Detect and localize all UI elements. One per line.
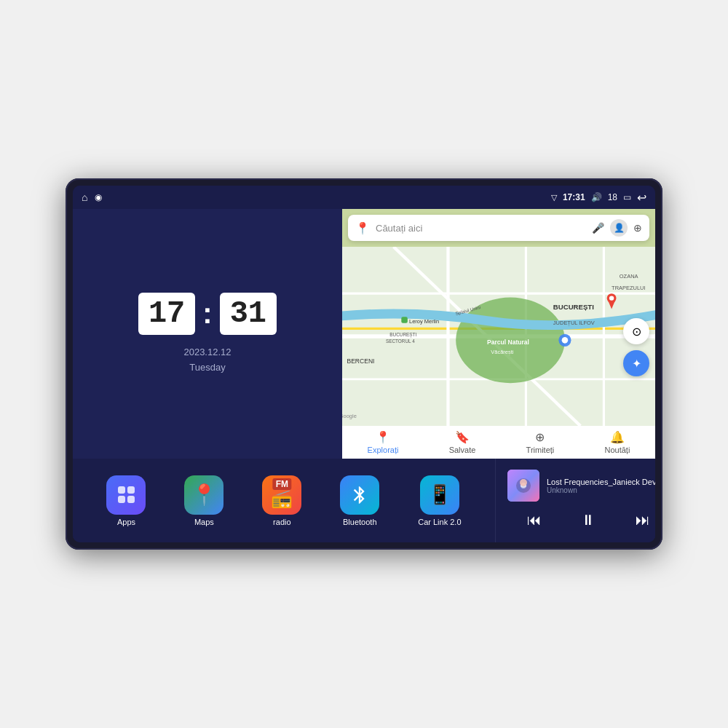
bluetooth-label: Bluetooth [343,518,376,526]
map-layers-icon[interactable]: ⊕ [633,222,642,234]
saved-icon: 🔖 [455,430,470,444]
apps-label: Apps [117,518,135,526]
map-search-text[interactable]: Căutați aici [376,223,586,234]
svg-text:OZANA: OZANA [620,273,638,280]
carlink-icon-wrap: 📱 [420,475,459,515]
music-text: Lost Frequencies_Janieck Devy-... Unknow… [547,478,655,494]
status-left: ⌂ ◉ [82,191,102,203]
svg-rect-17 [401,317,408,323]
map-nav-news-label: Noutăți [605,446,630,454]
clock-display: 17 : 31 [138,293,277,335]
play-button[interactable]: ⏸ [574,509,603,531]
svg-text:TRAPEZULUI: TRAPEZULUI [612,285,645,291]
map-bottom-nav: 📍 Explorați 🔖 Salvate ⊕ Trimiteți 🔔 Nout… [342,426,655,459]
map-nav-saved[interactable]: 🔖 Salvate [449,430,476,454]
app-item-carlink[interactable]: 📱 Car Link 2.0 [418,475,461,526]
music-artist: Unknown [547,486,655,494]
news-icon: 🔔 [610,430,625,444]
clock-hour: 17 [138,293,195,335]
svg-text:BUCUREȘTI: BUCUREȘTI [389,332,416,338]
map-svg: BUCUREȘTI JUDEȚUL ILFOV TRAPEZULUI OZANA… [342,247,655,426]
radio-icon-wrap: FM 📻 [262,475,301,515]
battery-level: 18 [608,192,617,202]
svg-text:SECTORUL 4: SECTORUL 4 [386,339,415,344]
back-icon[interactable]: ↩ [637,191,646,205]
album-art [507,470,539,502]
next-button[interactable]: ⏭ [628,509,655,531]
svg-text:JUDEȚUL ILFOV: JUDEȚUL ILFOV [553,320,595,326]
music-info: Lost Frequencies_Janieck Devy-... Unknow… [507,470,655,502]
map-pin-icon: 📍 [355,221,370,235]
prev-button[interactable]: ⏮ [520,509,549,531]
clock-colon: : [202,297,212,330]
map-nav-explore[interactable]: 📍 Explorați [368,430,399,454]
compass-icon: ✦ [632,357,641,371]
clock-minute: 31 [220,293,277,335]
map-widget[interactable]: 📍 Căutați aici 🎤 👤 ⊕ [342,209,655,459]
radio-label: radio [273,518,290,526]
status-right: ▽ 17:31 🔊 18 ▭ ↩ [551,191,646,205]
explore-icon: 📍 [376,430,390,444]
volume-icon: 🔊 [591,192,602,202]
map-nav-send-label: Trimiteți [526,446,555,454]
map-search-bar[interactable]: 📍 Căutați aici 🎤 👤 ⊕ [348,215,649,241]
clock-day: Tuesday [183,360,231,376]
device-screen: ⌂ ◉ ▽ 17:31 🔊 18 ▭ ↩ 17 : 31 [73,186,655,542]
clock-date-value: 2023.12.12 [183,345,231,360]
send-icon: ⊕ [535,430,545,444]
main-content: 17 : 31 2023.12.12 Tuesday 📍 Căutați aic… [73,209,655,542]
home-icon[interactable]: ⌂ [82,191,87,203]
location-icon: ⊙ [632,325,641,339]
map-nav-send[interactable]: ⊕ Trimiteți [526,430,555,454]
clock-widget: 17 : 31 2023.12.12 Tuesday [73,209,342,459]
app-item-bluetooth[interactable]: Bluetooth [340,475,379,526]
app-item-apps[interactable]: Apps [106,475,146,526]
svg-text:Parcul Natural: Parcul Natural [487,339,529,346]
map-avatar-icon[interactable]: 👤 [610,219,628,237]
svg-point-24 [562,337,569,344]
nav-icon[interactable]: ◉ [95,192,102,202]
music-controls: ⏮ ⏸ ⏭ [507,509,655,531]
svg-text:BERCENI: BERCENI [347,357,374,365]
battery-icon: ▭ [623,192,631,202]
device-shell: ⌂ ◉ ▽ 17:31 🔊 18 ▭ ↩ 17 : 31 [66,178,662,550]
status-bar: ⌂ ◉ ▽ 17:31 🔊 18 ▭ ↩ [73,186,655,209]
map-mic-icon[interactable]: 🎤 [592,222,604,234]
carlink-label: Car Link 2.0 [418,518,461,526]
svg-point-27 [609,296,614,300]
signal-icon: ▽ [551,193,557,202]
status-time: 17:31 [563,192,585,202]
bottom-row: Apps 📍 Maps FM 📻 [73,459,655,542]
app-item-maps[interactable]: 📍 Maps [184,475,223,526]
app-item-radio[interactable]: FM 📻 radio [262,475,301,526]
music-player: Lost Frequencies_Janieck Devy-... Unknow… [495,459,655,542]
music-title: Lost Frequencies_Janieck Devy-... [547,478,655,486]
svg-text:BUCUREȘTI: BUCUREȘTI [553,303,594,311]
apps-icon [106,475,146,515]
apps-dock: Apps 📍 Maps FM 📻 [73,459,495,542]
svg-text:Google: Google [342,413,357,419]
map-area[interactable]: BUCUREȘTI JUDEȚUL ILFOV TRAPEZULUI OZANA… [342,247,655,426]
map-nav-news[interactable]: 🔔 Noutăți [605,430,630,454]
svg-text:Văcărești: Văcărești [491,349,513,355]
svg-text:Leroy Merlin: Leroy Merlin [409,318,439,325]
clock-date: 2023.12.12 Tuesday [183,345,231,376]
maps-label: Maps [194,518,214,526]
bluetooth-icon-wrap [340,475,379,515]
map-nav-explore-label: Explorați [368,446,399,454]
maps-icon: 📍 [184,475,223,515]
map-nav-saved-label: Salvate [449,446,476,454]
